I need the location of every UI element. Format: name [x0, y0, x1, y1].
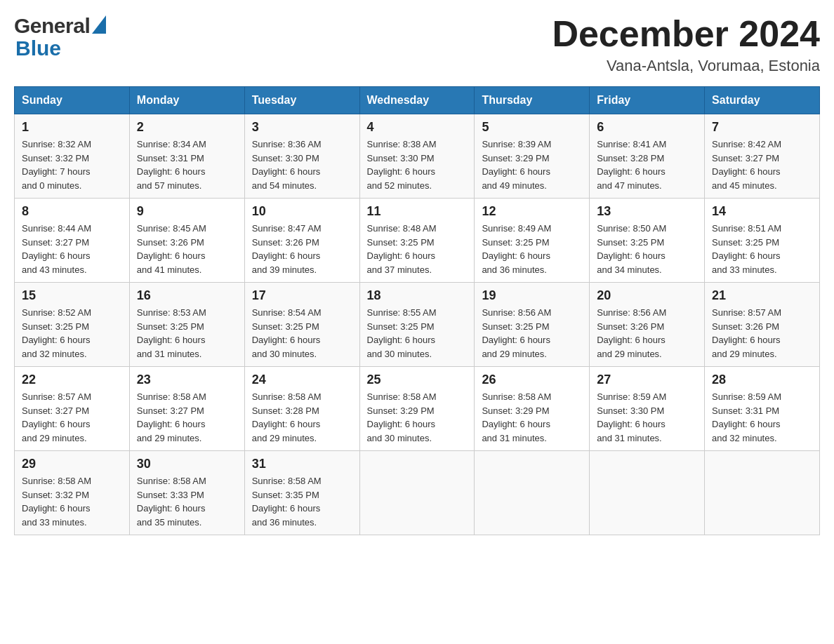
day-number: 21 [712, 288, 812, 303]
calendar-cell: 9Sunrise: 8:45 AMSunset: 3:26 PMDaylight… [129, 199, 244, 283]
calendar-week-row: 22Sunrise: 8:57 AMSunset: 3:27 PMDayligh… [15, 367, 820, 451]
calendar-cell: 4Sunrise: 8:38 AMSunset: 3:30 PMDaylight… [359, 114, 475, 199]
logo-triangle-icon [92, 15, 106, 34]
day-number: 16 [137, 288, 237, 303]
month-title: December 2024 [552, 14, 820, 54]
day-number: 12 [482, 204, 582, 219]
day-number: 5 [482, 120, 582, 135]
day-number: 2 [137, 120, 237, 135]
calendar-cell: 27Sunrise: 8:59 AMSunset: 3:30 PMDayligh… [590, 367, 705, 451]
calendar-body: 1Sunrise: 8:32 AMSunset: 3:32 PMDaylight… [15, 114, 820, 535]
weekday-header-saturday: Saturday [705, 87, 820, 114]
logo: General Blue [14, 14, 106, 59]
day-number: 17 [252, 288, 352, 303]
calendar-cell: 29Sunrise: 8:58 AMSunset: 3:32 PMDayligh… [15, 451, 130, 535]
weekday-header-tuesday: Tuesday [244, 87, 359, 114]
day-info: Sunrise: 8:53 AMSunset: 3:25 PMDaylight:… [137, 306, 237, 361]
day-number: 10 [252, 204, 352, 219]
day-info: Sunrise: 8:41 AMSunset: 3:28 PMDaylight:… [597, 137, 697, 192]
day-number: 19 [482, 288, 582, 303]
calendar-cell: 3Sunrise: 8:36 AMSunset: 3:30 PMDaylight… [244, 114, 359, 199]
calendar-cell: 16Sunrise: 8:53 AMSunset: 3:25 PMDayligh… [129, 283, 244, 367]
day-info: Sunrise: 8:59 AMSunset: 3:31 PMDaylight:… [712, 390, 812, 445]
calendar-week-row: 29Sunrise: 8:58 AMSunset: 3:32 PMDayligh… [15, 451, 820, 535]
day-info: Sunrise: 8:58 AMSunset: 3:28 PMDaylight:… [252, 390, 352, 445]
day-number: 1 [22, 120, 122, 135]
day-number: 11 [367, 204, 468, 219]
day-number: 30 [137, 457, 237, 471]
calendar-cell: 2Sunrise: 8:34 AMSunset: 3:31 PMDaylight… [129, 114, 244, 199]
day-number: 7 [712, 120, 812, 135]
day-number: 4 [367, 120, 468, 135]
weekday-header-monday: Monday [129, 87, 244, 114]
weekday-header-friday: Friday [590, 87, 705, 114]
day-info: Sunrise: 8:57 AMSunset: 3:27 PMDaylight:… [22, 390, 122, 445]
day-info: Sunrise: 8:32 AMSunset: 3:32 PMDaylight:… [22, 137, 122, 192]
day-info: Sunrise: 8:58 AMSunset: 3:27 PMDaylight:… [137, 390, 237, 445]
calendar-cell: 21Sunrise: 8:57 AMSunset: 3:26 PMDayligh… [705, 283, 820, 367]
calendar-cell: 10Sunrise: 8:47 AMSunset: 3:26 PMDayligh… [244, 199, 359, 283]
calendar-cell: 12Sunrise: 8:49 AMSunset: 3:25 PMDayligh… [475, 199, 590, 283]
day-info: Sunrise: 8:56 AMSunset: 3:25 PMDaylight:… [482, 306, 582, 361]
day-info: Sunrise: 8:55 AMSunset: 3:25 PMDaylight:… [367, 306, 468, 361]
day-number: 15 [22, 288, 122, 303]
calendar-cell [475, 451, 590, 535]
day-info: Sunrise: 8:58 AMSunset: 3:29 PMDaylight:… [482, 390, 582, 445]
day-number: 22 [22, 373, 122, 387]
calendar-header: SundayMondayTuesdayWednesdayThursdayFrid… [15, 87, 820, 114]
calendar-cell: 13Sunrise: 8:50 AMSunset: 3:25 PMDayligh… [590, 199, 705, 283]
logo-general-text: General [14, 14, 90, 38]
calendar-cell [359, 451, 475, 535]
day-number: 6 [597, 120, 697, 135]
day-info: Sunrise: 8:50 AMSunset: 3:25 PMDaylight:… [597, 222, 697, 276]
weekday-header-wednesday: Wednesday [359, 87, 475, 114]
day-info: Sunrise: 8:49 AMSunset: 3:25 PMDaylight:… [482, 222, 582, 276]
day-info: Sunrise: 8:47 AMSunset: 3:26 PMDaylight:… [252, 222, 352, 276]
weekday-header-sunday: Sunday [15, 87, 130, 114]
day-number: 18 [367, 288, 468, 303]
calendar-cell: 8Sunrise: 8:44 AMSunset: 3:27 PMDaylight… [15, 199, 130, 283]
day-number: 8 [22, 204, 122, 219]
weekday-header-row: SundayMondayTuesdayWednesdayThursdayFrid… [15, 87, 820, 114]
logo-blue-text: Blue [15, 38, 61, 59]
weekday-header-thursday: Thursday [475, 87, 590, 114]
day-info: Sunrise: 8:58 AMSunset: 3:35 PMDaylight:… [252, 474, 352, 529]
day-number: 27 [597, 373, 697, 387]
location-subtitle: Vana-Antsla, Vorumaa, Estonia [552, 57, 820, 75]
calendar-week-row: 8Sunrise: 8:44 AMSunset: 3:27 PMDaylight… [15, 199, 820, 283]
day-info: Sunrise: 8:48 AMSunset: 3:25 PMDaylight:… [367, 222, 468, 276]
calendar-cell: 15Sunrise: 8:52 AMSunset: 3:25 PMDayligh… [15, 283, 130, 367]
day-number: 31 [252, 457, 352, 471]
calendar-week-row: 1Sunrise: 8:32 AMSunset: 3:32 PMDaylight… [15, 114, 820, 199]
day-info: Sunrise: 8:57 AMSunset: 3:26 PMDaylight:… [712, 306, 812, 361]
calendar-cell: 31Sunrise: 8:58 AMSunset: 3:35 PMDayligh… [244, 451, 359, 535]
day-number: 23 [137, 373, 237, 387]
calendar-cell: 28Sunrise: 8:59 AMSunset: 3:31 PMDayligh… [705, 367, 820, 451]
day-number: 28 [712, 373, 812, 387]
day-number: 3 [252, 120, 352, 135]
day-number: 9 [137, 204, 237, 219]
calendar-cell: 1Sunrise: 8:32 AMSunset: 3:32 PMDaylight… [15, 114, 130, 199]
calendar-table: SundayMondayTuesdayWednesdayThursdayFrid… [14, 86, 820, 535]
calendar-cell: 17Sunrise: 8:54 AMSunset: 3:25 PMDayligh… [244, 283, 359, 367]
day-info: Sunrise: 8:39 AMSunset: 3:29 PMDaylight:… [482, 137, 582, 192]
day-number: 14 [712, 204, 812, 219]
calendar-cell: 20Sunrise: 8:56 AMSunset: 3:26 PMDayligh… [590, 283, 705, 367]
day-info: Sunrise: 8:58 AMSunset: 3:29 PMDaylight:… [367, 390, 468, 445]
calendar-cell: 22Sunrise: 8:57 AMSunset: 3:27 PMDayligh… [15, 367, 130, 451]
calendar-cell: 11Sunrise: 8:48 AMSunset: 3:25 PMDayligh… [359, 199, 475, 283]
day-number: 26 [482, 373, 582, 387]
calendar-cell [590, 451, 705, 535]
calendar-week-row: 15Sunrise: 8:52 AMSunset: 3:25 PMDayligh… [15, 283, 820, 367]
day-info: Sunrise: 8:59 AMSunset: 3:30 PMDaylight:… [597, 390, 697, 445]
day-number: 24 [252, 373, 352, 387]
calendar-cell [705, 451, 820, 535]
day-number: 20 [597, 288, 697, 303]
day-info: Sunrise: 8:36 AMSunset: 3:30 PMDaylight:… [252, 137, 352, 192]
page-header: General Blue December 2024 Vana-Antsla, … [14, 14, 820, 75]
day-info: Sunrise: 8:45 AMSunset: 3:26 PMDaylight:… [137, 222, 237, 276]
day-info: Sunrise: 8:58 AMSunset: 3:33 PMDaylight:… [137, 474, 237, 529]
day-info: Sunrise: 8:58 AMSunset: 3:32 PMDaylight:… [22, 474, 122, 529]
calendar-cell: 26Sunrise: 8:58 AMSunset: 3:29 PMDayligh… [475, 367, 590, 451]
calendar-cell: 25Sunrise: 8:58 AMSunset: 3:29 PMDayligh… [359, 367, 475, 451]
